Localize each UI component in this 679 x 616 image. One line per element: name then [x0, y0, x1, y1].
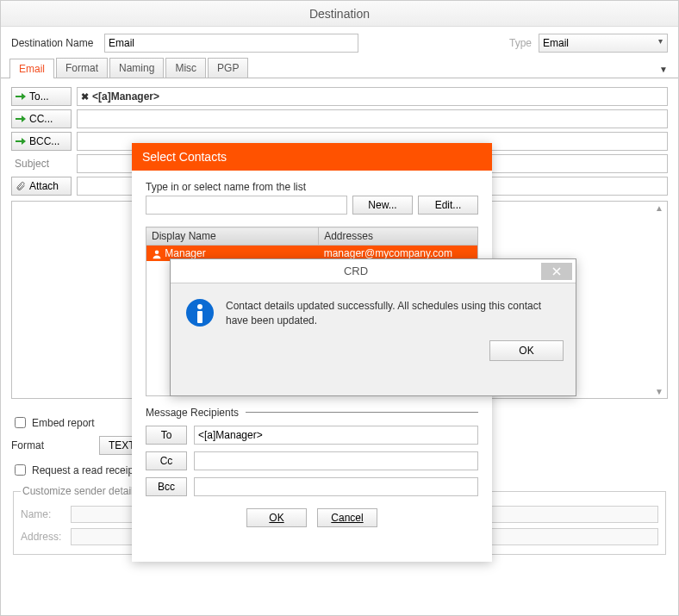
to-button[interactable]: To...: [11, 87, 72, 106]
col-addresses[interactable]: Addresses: [319, 227, 478, 246]
recip-bcc-button[interactable]: Bcc: [146, 477, 187, 496]
recip-bcc-input[interactable]: [194, 477, 478, 496]
sender-name-label: Name:: [21, 508, 65, 520]
tab-misc[interactable]: Misc: [165, 58, 206, 78]
crd-title: CRD: [171, 264, 541, 277]
window-title: Destination: [1, 1, 678, 27]
tab-pgp[interactable]: PGP: [208, 58, 248, 78]
destination-name-label: Destination Name: [11, 37, 97, 49]
read-receipt-label: Request a read receipt: [32, 464, 136, 476]
contacts-edit-button[interactable]: Edit...: [418, 196, 478, 215]
contacts-new-button[interactable]: New...: [352, 196, 413, 215]
tab-format[interactable]: Format: [56, 58, 108, 78]
tabs: Email Format Naming Misc PGP ▼: [1, 58, 678, 78]
tab-email[interactable]: Email: [9, 59, 54, 78]
arrow-right-icon: [16, 115, 26, 123]
crd-close-button[interactable]: [541, 263, 572, 280]
attach-button[interactable]: Attach: [11, 177, 72, 196]
scroll-down-icon[interactable]: ▼: [655, 387, 665, 396]
to-chip: <[a]Manager>: [92, 90, 159, 103]
svg-point-0: [155, 250, 159, 254]
recip-to-input[interactable]: [194, 426, 478, 445]
contacts-search-input[interactable]: [146, 196, 347, 215]
arrow-right-icon: [16, 92, 26, 101]
recip-cc-button[interactable]: Cc: [146, 451, 187, 470]
recip-to-button[interactable]: To: [146, 426, 187, 445]
cc-button[interactable]: CC...: [11, 109, 72, 128]
embed-report-checkbox[interactable]: [15, 417, 26, 428]
scroll-up-icon[interactable]: ▲: [655, 203, 665, 213]
bcc-button[interactable]: BCC...: [11, 132, 72, 151]
recip-cc-input[interactable]: [194, 451, 478, 470]
embed-report-label: Embed report: [32, 417, 95, 429]
message-recipients-label: Message Recipients: [146, 407, 239, 419]
select-contacts-title: Select Contacts: [132, 143, 492, 171]
subject-label: Subject: [11, 158, 72, 170]
select-contacts-hint: Type in or select name from the list: [146, 181, 478, 193]
remove-chip-icon[interactable]: ✖: [81, 91, 89, 103]
type-select[interactable]: Email: [539, 34, 668, 53]
to-input[interactable]: ✖ <[a]Manager>: [77, 87, 668, 106]
sender-details-legend: Customize sender details: [21, 485, 140, 497]
tabs-overflow-icon[interactable]: ▼: [659, 65, 668, 78]
sender-address-label: Address:: [21, 531, 65, 543]
cc-input[interactable]: [77, 109, 668, 128]
crd-ok-button[interactable]: OK: [489, 340, 564, 361]
read-receipt-checkbox[interactable]: [15, 464, 26, 476]
close-icon: [552, 267, 561, 276]
arrow-right-icon: [16, 137, 26, 146]
info-icon: [186, 299, 214, 327]
destination-name-input[interactable]: [104, 34, 358, 53]
col-display-name[interactable]: Display Name: [146, 227, 319, 246]
format-label: Format: [11, 439, 94, 451]
crd-message-dialog: CRD Contact details updated successfully…: [170, 258, 576, 396]
user-icon: [152, 249, 162, 259]
crd-message-text: Contact details updated successfully. Al…: [226, 299, 560, 328]
paperclip-icon: [16, 181, 26, 191]
tab-naming[interactable]: Naming: [109, 58, 164, 78]
contacts-ok-button[interactable]: OK: [246, 508, 307, 527]
contacts-cancel-button[interactable]: Cancel: [317, 508, 377, 527]
type-label: Type: [509, 37, 532, 49]
